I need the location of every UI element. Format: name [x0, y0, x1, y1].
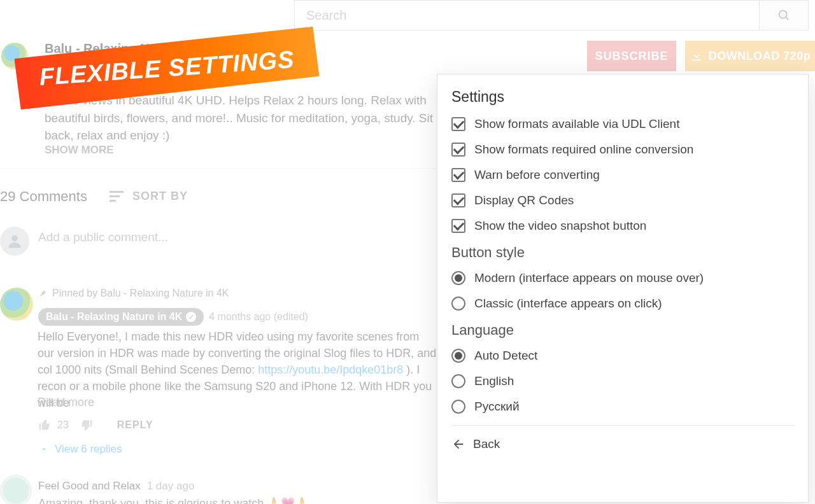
- svg-rect-4: [110, 200, 116, 202]
- divider: [451, 425, 794, 426]
- search-icon: [777, 8, 791, 22]
- comment-link[interactable]: https://youtu.be/Ipdqke01br8: [258, 363, 403, 376]
- settings-title: Settings: [451, 88, 794, 106]
- checkbox-icon: [451, 117, 465, 131]
- checkbox-label: Show formats required online conversion: [474, 143, 693, 157]
- svg-rect-2: [110, 191, 124, 193]
- radio-label: Auto Detect: [474, 349, 537, 363]
- search-button[interactable]: [759, 0, 809, 31]
- comment-body: Amazing, thank you, this is glorious to …: [38, 496, 309, 504]
- download-icon: [690, 49, 704, 63]
- download-label: DOWNLOAD 720p: [709, 50, 811, 63]
- settings-checkbox-row[interactable]: Display QR Codes: [451, 193, 794, 207]
- checkbox-icon: [451, 193, 465, 207]
- thumbs-down-icon[interactable]: [80, 419, 93, 431]
- show-more-button[interactable]: SHOW MORE: [45, 144, 114, 157]
- radio-icon: [451, 271, 465, 285]
- thumbs-up-icon[interactable]: [38, 419, 51, 431]
- download-button[interactable]: DOWNLOAD 720p: [685, 41, 815, 71]
- my-avatar[interactable]: [0, 227, 29, 256]
- comment-time: 4 months ago (edited): [209, 311, 308, 323]
- settings-panel: Settings Show formats available via UDL …: [437, 74, 809, 503]
- comment-author-name: Balu - Relaxing Nature in 4K: [46, 311, 182, 323]
- button-style-option[interactable]: Classic (interface appears on click): [451, 297, 794, 311]
- like-count: 23: [57, 419, 69, 431]
- radio-label: Modern (interface appears on mouse over): [474, 271, 704, 285]
- sort-icon: [110, 191, 125, 202]
- language-heading: Language: [451, 322, 794, 339]
- radio-icon: [451, 374, 465, 388]
- radio-icon: [451, 297, 465, 311]
- pin-icon: [38, 289, 47, 298]
- checkbox-label: Display QR Codes: [474, 193, 574, 207]
- verified-icon: ✓: [186, 312, 196, 322]
- search-input[interactable]: [294, 0, 759, 31]
- search-bar: [294, 0, 809, 31]
- comment-author-chip[interactable]: Balu - Relaxing Nature in 4K ✓: [38, 308, 204, 326]
- comment-body: Hello Everyone!, I made this new HDR vid…: [38, 328, 437, 411]
- svg-point-0: [779, 11, 787, 18]
- checkbox-label: Show the video snapshot button: [474, 219, 646, 233]
- comment-avatar[interactable]: [0, 288, 33, 321]
- checkbox-label: Warn before converting: [474, 168, 600, 182]
- checkbox-label: Show formats available via UDL Client: [474, 117, 679, 131]
- arrow-left-icon: [451, 437, 465, 451]
- comment-time: 1 day ago: [147, 480, 195, 493]
- person-icon: [6, 232, 24, 250]
- radio-icon: [451, 400, 465, 414]
- language-option[interactable]: Русский: [451, 400, 794, 414]
- radio-label: English: [474, 374, 514, 388]
- radio-icon: [451, 349, 465, 363]
- promo-banner-text: FLEXIBLE SETTINGS: [38, 46, 295, 91]
- pinned-label: Pinned by Balu - Relaxing Nature in 4K: [38, 288, 229, 299]
- svg-line-1: [786, 17, 788, 20]
- sort-button[interactable]: SORT BY: [110, 190, 188, 203]
- read-more-button[interactable]: Read more: [38, 396, 94, 409]
- subscribe-label: SUBSCRIBE: [595, 50, 668, 63]
- button-style-option[interactable]: Modern (interface appears on mouse over): [451, 271, 794, 285]
- settings-checkbox-row[interactable]: Show the video snapshot button: [451, 219, 794, 233]
- svg-rect-3: [110, 195, 120, 197]
- button-style-heading: Button style: [451, 244, 794, 261]
- settings-checkbox-row[interactable]: Warn before converting: [451, 168, 794, 182]
- checkbox-icon: [451, 168, 465, 182]
- view-replies-button[interactable]: View 6 replies: [39, 443, 122, 456]
- settings-checkbox-row[interactable]: Show formats available via UDL Client: [451, 117, 794, 131]
- subscribe-button[interactable]: SUBSCRIBE: [587, 41, 676, 71]
- checkbox-icon: [451, 219, 465, 233]
- comment-author-name[interactable]: Feel Good and Relax: [38, 480, 141, 493]
- checkbox-icon: [451, 143, 465, 157]
- chevron-down-icon: [39, 445, 48, 454]
- divider: [0, 168, 437, 169]
- add-comment-input[interactable]: Add a public comment...: [38, 230, 168, 244]
- reply-button[interactable]: REPLY: [117, 419, 153, 431]
- radio-label: Русский: [474, 400, 520, 414]
- svg-point-5: [11, 235, 17, 241]
- language-option[interactable]: Auto Detect: [451, 349, 794, 363]
- comment-avatar[interactable]: [0, 475, 32, 504]
- back-button[interactable]: Back: [451, 437, 794, 451]
- comments-count: 29 Comments: [0, 188, 87, 205]
- back-label: Back: [473, 437, 500, 451]
- settings-checkbox-row[interactable]: Show formats required online conversion: [451, 143, 794, 157]
- radio-label: Classic (interface appears on click): [474, 297, 662, 311]
- sort-label: SORT BY: [132, 190, 188, 203]
- language-option[interactable]: English: [451, 374, 794, 388]
